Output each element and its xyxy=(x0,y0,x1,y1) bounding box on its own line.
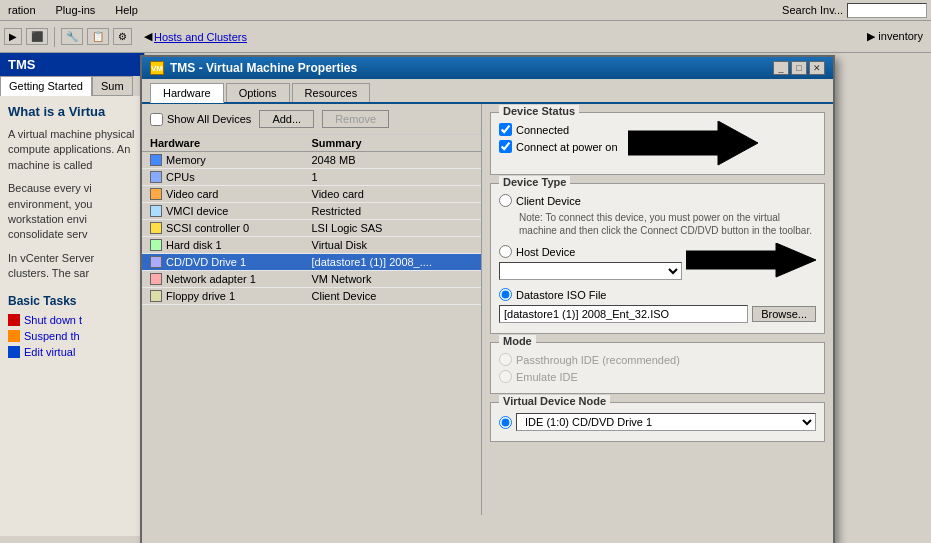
hw-row-name: Hard disk 1 xyxy=(166,239,222,251)
toolbar-btn-2[interactable]: ⬛ xyxy=(26,28,48,45)
host-device-row: Host Device xyxy=(499,245,682,258)
connect-power-label: Connect at power on xyxy=(516,141,618,153)
vm-properties-dialog: VM TMS - Virtual Machine Properties _ □ … xyxy=(140,55,835,543)
vdn-select[interactable]: IDE (1:0) CD/DVD Drive 1 xyxy=(516,413,816,431)
client-device-radio[interactable] xyxy=(499,194,512,207)
toolbar-btn-4[interactable]: 📋 xyxy=(87,28,109,45)
sidebar-tabs: Getting Started Sum xyxy=(0,76,144,96)
client-device-row: Client Device xyxy=(499,194,816,207)
dialog-title-text: TMS - Virtual Machine Properties xyxy=(170,61,357,75)
dialog-restore-btn[interactable]: □ xyxy=(791,61,807,75)
inventory-label: ▶ inventory xyxy=(867,30,923,43)
hw-row-name: SCSI controller 0 xyxy=(166,222,249,234)
hw-row-summary: Virtual Disk xyxy=(312,239,474,251)
table-row[interactable]: Floppy drive 1 Client Device xyxy=(142,288,481,305)
table-row[interactable]: CD/DVD Drive 1 [datastore1 (1)] 2008_...… xyxy=(142,254,481,271)
connected-row: Connected xyxy=(499,123,618,136)
connected-label: Connected xyxy=(516,124,569,136)
connected-checkbox[interactable] xyxy=(499,123,512,136)
dialog-tab-hardware[interactable]: Hardware xyxy=(150,83,224,103)
menu-help[interactable]: Help xyxy=(111,2,142,18)
table-row[interactable]: SCSI controller 0 LSI Logic SAS xyxy=(142,220,481,237)
connect-power-row: Connect at power on xyxy=(499,140,618,153)
hw-row-name: CD/DVD Drive 1 xyxy=(166,256,246,268)
nav-hosts-clusters[interactable]: Hosts and Clusters xyxy=(154,31,247,43)
tab-sum[interactable]: Sum xyxy=(92,76,133,96)
toolbar-btn-3[interactable]: 🔧 xyxy=(61,28,83,45)
datastore-iso-label: Datastore ISO File xyxy=(516,289,606,301)
task-suspend-icon xyxy=(8,330,20,342)
show-all-devices-checkbox[interactable] xyxy=(150,113,163,126)
table-header: Hardware Summary xyxy=(142,135,481,152)
memory-icon xyxy=(150,154,162,166)
cdrom-icon xyxy=(150,256,162,268)
task-suspend[interactable]: Suspend th xyxy=(8,330,136,342)
connect-power-checkbox[interactable] xyxy=(499,140,512,153)
browse-button[interactable]: Browse... xyxy=(752,306,816,322)
host-device-dropdown-row xyxy=(499,262,682,280)
hw-row-name: Video card xyxy=(166,188,218,200)
table-row[interactable]: Memory 2048 MB xyxy=(142,152,481,169)
task-shutdown-icon xyxy=(8,314,20,326)
hw-row-summary: VM Network xyxy=(312,273,474,285)
passthrough-label: Passthrough IDE (recommended) xyxy=(516,354,680,366)
table-row[interactable]: Video card Video card xyxy=(142,186,481,203)
hardware-rows: Memory 2048 MB CPUs 1 Video card Video c… xyxy=(142,152,481,305)
vmci-icon xyxy=(150,205,162,217)
nic-icon xyxy=(150,273,162,285)
floppy-icon xyxy=(150,290,162,302)
iso-file-input[interactable] xyxy=(499,305,748,323)
sidebar-content: What is a Virtua A virtual machine physi… xyxy=(0,96,144,370)
arrow-indicator xyxy=(628,121,758,168)
dialog-controls: _ □ ✕ xyxy=(773,61,825,75)
datastore-iso-radio[interactable] xyxy=(499,288,512,301)
dialog-title-icon: VM xyxy=(150,61,164,75)
menu-bar: ration Plug-ins Help Search Inv... xyxy=(0,0,931,21)
task-edit[interactable]: Edit virtual xyxy=(8,346,136,358)
col-hardware: Hardware xyxy=(150,137,312,149)
emulate-row: Emulate IDE xyxy=(499,370,816,383)
nav-arrow-back[interactable]: ◀ xyxy=(144,30,152,43)
menu-ration[interactable]: ration xyxy=(4,2,40,18)
host-device-select[interactable] xyxy=(499,262,682,280)
toolbar-btn-1[interactable]: ▶ xyxy=(4,28,22,45)
hw-row-name: VMCI device xyxy=(166,205,228,217)
hardware-table: Hardware Summary Memory 2048 MB CPUs 1 V… xyxy=(142,135,481,515)
sidebar-para-1: A virtual machine physical compute appli… xyxy=(8,127,136,173)
dialog-tab-options[interactable]: Options xyxy=(226,83,290,102)
dialog-tab-resources[interactable]: Resources xyxy=(292,83,371,102)
tab-getting-started[interactable]: Getting Started xyxy=(0,76,92,96)
task-shutdown[interactable]: Shut down t xyxy=(8,314,136,326)
client-device-label: Client Device xyxy=(516,195,581,207)
show-all-devices-label[interactable]: Show All Devices xyxy=(150,113,251,126)
task-edit-label: Edit virtual xyxy=(24,346,75,358)
hw-row-name: Floppy drive 1 xyxy=(166,290,235,302)
toolbar-btn-5[interactable]: ⚙ xyxy=(113,28,132,45)
table-row[interactable]: Network adapter 1 VM Network xyxy=(142,271,481,288)
dialog-minimize-btn[interactable]: _ xyxy=(773,61,789,75)
passthrough-radio[interactable] xyxy=(499,353,512,366)
host-device-radio[interactable] xyxy=(499,245,512,258)
hw-toolbar: Show All Devices Add... Remove xyxy=(142,104,481,135)
task-shutdown-label: Shut down t xyxy=(24,314,82,326)
mode-group: Mode Passthrough IDE (recommended) Emula… xyxy=(490,342,825,394)
vdn-group: Virtual Device Node IDE (1:0) CD/DVD Dri… xyxy=(490,402,825,442)
menu-plugins[interactable]: Plug-ins xyxy=(52,2,100,18)
search-input[interactable] xyxy=(847,3,927,18)
task-suspend-label: Suspend th xyxy=(24,330,80,342)
table-row[interactable]: Hard disk 1 Virtual Disk xyxy=(142,237,481,254)
vdn-radio[interactable] xyxy=(499,416,512,429)
table-row[interactable]: VMCI device Restricted xyxy=(142,203,481,220)
vdn-dropdown-row: IDE (1:0) CD/DVD Drive 1 xyxy=(499,413,816,431)
device-type-group: Device Type Client Device Note: To conne… xyxy=(490,183,825,334)
table-row[interactable]: CPUs 1 xyxy=(142,169,481,186)
hw-row-summary: [datastore1 (1)] 2008_.... xyxy=(312,256,474,268)
add-button[interactable]: Add... xyxy=(259,110,314,128)
host-device-arrow xyxy=(686,243,816,280)
remove-button[interactable]: Remove xyxy=(322,110,389,128)
hw-row-name: Memory xyxy=(166,154,206,166)
dialog-close-btn[interactable]: ✕ xyxy=(809,61,825,75)
emulate-radio[interactable] xyxy=(499,370,512,383)
video-icon xyxy=(150,188,162,200)
task-edit-icon xyxy=(8,346,20,358)
